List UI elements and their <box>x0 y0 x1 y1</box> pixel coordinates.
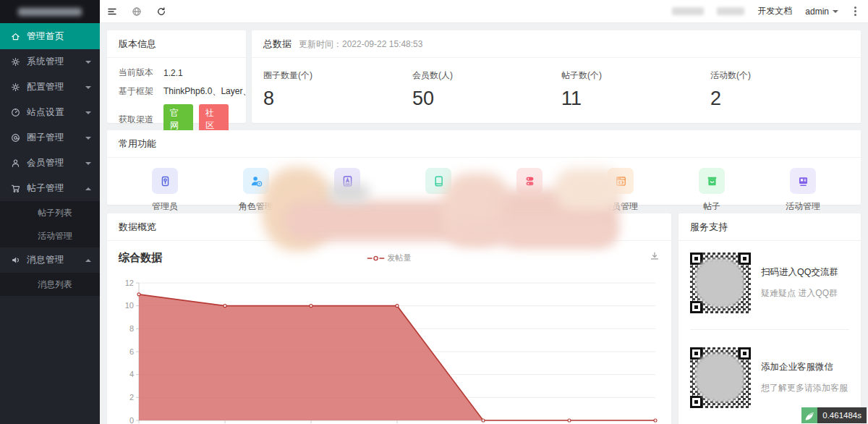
quick-item-会员管理[interactable]: 会员管理 <box>592 168 650 211</box>
legend-line-icon <box>367 255 385 261</box>
quick-item-活动管理[interactable]: 活动管理 <box>774 168 832 211</box>
stat-value: 11 <box>561 88 699 110</box>
sidebar-item-post[interactable]: 帖子管理 <box>0 176 100 201</box>
sidebar-item-site[interactable]: 站点设置 <box>0 100 100 125</box>
more-menu-icon[interactable] <box>851 4 859 19</box>
sidebar-item-message[interactable]: 消息管理 <box>0 247 100 273</box>
role-user-icon <box>243 168 269 194</box>
blurred-logo <box>18 8 82 16</box>
cart-icon <box>10 184 20 194</box>
refresh-icon[interactable] <box>149 0 174 23</box>
stat-item: 会员数(人)50 <box>401 69 550 110</box>
chevron-down-icon <box>85 137 91 140</box>
sidebar-subitem-post-list[interactable]: 帖子列表 <box>0 201 100 224</box>
svg-text:4: 4 <box>129 370 134 378</box>
code-window-icon <box>608 168 634 194</box>
channel-label: 获取渠道 <box>119 114 163 126</box>
gear-icon <box>10 57 20 67</box>
quick-item[interactable] <box>318 168 376 211</box>
render-time: 0.461484s <box>817 407 867 423</box>
sidebar-item-system[interactable]: 系统管理 <box>0 49 100 75</box>
quick-item-label: 帖子 <box>703 200 720 211</box>
blurred-header-item <box>672 7 704 15</box>
sidebar-item-member[interactable]: 会员管理 <box>0 150 100 176</box>
qr-item: 添加企业客服微信想了解更多请添加客服 <box>678 336 861 418</box>
sidebar-item-label: 圈子管理 <box>27 132 85 144</box>
sidebar-item-config[interactable]: 配置管理 <box>0 75 100 100</box>
totals-card: 总数据 更新时间：2022-09-22 15:48:53 圈子数量(个)8会员数… <box>252 30 861 123</box>
qr-desc: 疑难疑点 进入QQ群 <box>761 287 838 300</box>
svg-text:12: 12 <box>125 279 134 287</box>
qr-title: 添加企业客服微信 <box>761 361 848 373</box>
runtime-badge: 0.461484s <box>801 407 867 423</box>
post-box-icon <box>699 168 725 194</box>
chart-title: 综合数据 <box>119 251 162 263</box>
quick-item-label: 会员管理 <box>603 200 638 211</box>
sidebar-item-label: 站点设置 <box>27 106 85 119</box>
quick-item-label: 活动管理 <box>786 200 820 211</box>
sidebar-item-label: 配置管理 <box>27 81 85 93</box>
version-row-label: 基于框架 <box>119 85 163 98</box>
collapse-menu-icon[interactable] <box>100 0 124 23</box>
stat-value: 50 <box>412 88 550 110</box>
home-icon <box>10 31 20 41</box>
user-menu[interactable]: admin <box>805 7 838 17</box>
sidebar-item-label: 帖子管理 <box>27 182 85 195</box>
updated-label: 更新时间： <box>299 39 342 49</box>
overview-card-title: 数据概览 <box>107 213 671 241</box>
stat-item: 活动数(个)2 <box>699 69 848 110</box>
sidebar: 管理首页系统管理配置管理站点设置圈子管理会员管理帖子管理帖子列表活动管理消息管理… <box>0 0 100 424</box>
sidebar-subitem-message-list[interactable]: 消息列表 <box>0 273 100 296</box>
book-icon <box>425 168 451 194</box>
quick-item[interactable] <box>501 168 558 211</box>
stats-row: 圈子数量(个)8会员数(人)50帖子数(个)11活动数(个)2 <box>252 58 861 110</box>
quick-row: 管理员角色管理会员管理帖子活动管理 <box>107 158 861 211</box>
stat-label: 圈子数量(个) <box>263 69 401 82</box>
sidebar-subitem-activity-admin[interactable]: 活动管理 <box>0 224 100 247</box>
quick-item-帖子[interactable]: 帖子 <box>683 168 741 211</box>
svg-text:2: 2 <box>129 393 134 402</box>
area-chart: 024681012周一周二周三周四周五周六周日 <box>107 273 671 424</box>
quick-item[interactable] <box>409 168 467 211</box>
stat-value: 2 <box>710 88 848 110</box>
user-icon <box>10 158 20 169</box>
sidebar-item-home[interactable]: 管理首页 <box>0 23 100 49</box>
quick-item-角色管理[interactable]: 角色管理 <box>227 168 285 211</box>
speaker-icon <box>10 255 20 266</box>
chevron-up-icon <box>85 187 91 190</box>
support-card: 服务支持 扫码进入QQ交流群疑难疑点 进入QQ群添加企业客服微信想了解更多请添加… <box>678 213 861 424</box>
version-card-body: 当前版本1.2.1基于框架ThinkPhp6.0、Layer、MySQL获取渠道… <box>107 58 246 135</box>
svg-text:10: 10 <box>125 301 134 310</box>
sidebar-menu: 管理首页系统管理配置管理站点设置圈子管理会员管理帖子管理帖子列表活动管理消息管理… <box>0 23 100 296</box>
version-row: 基于框架ThinkPhp6.0、Layer、MySQL <box>119 85 234 98</box>
quick-item-label: 管理员 <box>152 200 178 211</box>
sidebar-item-label: 系统管理 <box>27 56 85 68</box>
chevron-down-icon <box>833 10 838 13</box>
chevron-down-icon <box>85 61 91 64</box>
chevron-down-icon <box>85 111 91 114</box>
globe-icon[interactable] <box>124 0 149 23</box>
gear-icon <box>10 82 20 93</box>
blurred-header-item <box>717 7 744 15</box>
qr-code <box>690 253 751 313</box>
at-icon <box>10 133 20 143</box>
stat-item: 圈子数量(个)8 <box>252 69 401 110</box>
chevron-down-icon <box>85 162 91 165</box>
qr-title: 扫码进入QQ交流群 <box>761 266 838 279</box>
sidebar-item-circle[interactable]: 圈子管理 <box>0 125 100 150</box>
legend-label: 发帖量 <box>388 253 412 263</box>
download-icon[interactable] <box>650 251 660 263</box>
qr-item: 扫码进入QQ交流群疑难疑点 进入QQ群 <box>678 241 861 323</box>
stat-label: 活动数(个) <box>710 69 848 82</box>
chart-legend[interactable]: 发帖量 <box>367 253 412 263</box>
quick-item-管理员[interactable]: 管理员 <box>136 168 194 211</box>
blurred-qr-center <box>695 258 744 308</box>
topbar: 开发文档 admin <box>100 0 868 23</box>
version-row-value: 1.2.1 <box>163 68 183 78</box>
stat-label: 会员数(人) <box>412 69 550 82</box>
svg-text:8: 8 <box>129 324 134 333</box>
admin-badge-icon <box>152 168 178 194</box>
quick-functions-card: 常用功能 管理员角色管理会员管理帖子活动管理 <box>107 130 861 205</box>
qr-code <box>690 347 751 408</box>
docs-link[interactable]: 开发文档 <box>757 5 792 17</box>
